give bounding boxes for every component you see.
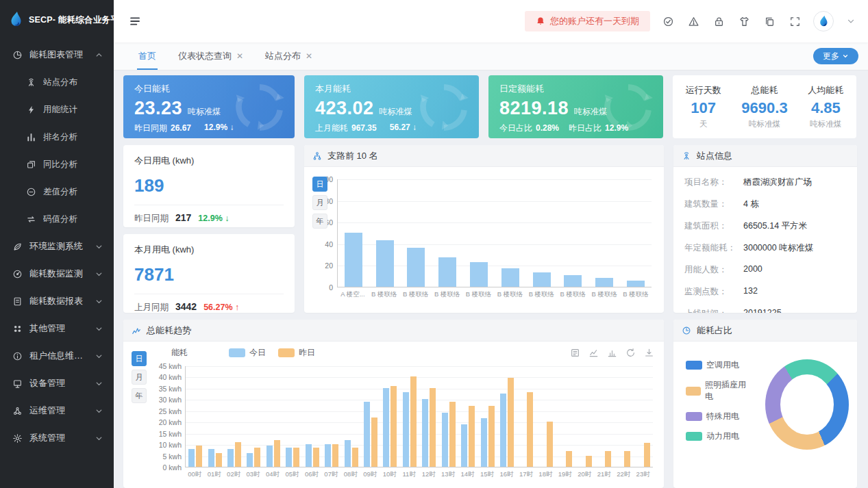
trend-bar-今日[interactable] — [266, 446, 273, 467]
trend-bar-今日[interactable] — [403, 392, 409, 467]
trend-bar-今日[interactable] — [208, 449, 214, 467]
trend-bar-昨日[interactable] — [449, 402, 456, 467]
trend-bar-昨日[interactable] — [430, 388, 436, 467]
ratio-legend-空调用电[interactable]: 空调用电 — [686, 359, 750, 371]
data-view-icon[interactable] — [570, 348, 580, 358]
trend-bar-今日[interactable] — [286, 448, 292, 467]
sidebar-item-4[interactable]: 其他管理 — [0, 315, 114, 342]
sidebar-item-2[interactable]: 能耗数据监测 — [0, 260, 114, 287]
branch-bar[interactable] — [564, 275, 582, 287]
branch-bar[interactable] — [345, 233, 362, 287]
sidebar-subitem-0[interactable]: 站点分布 — [0, 68, 114, 96]
trend-bar-昨日[interactable] — [274, 440, 280, 467]
branch-bar[interactable] — [627, 281, 645, 287]
tab-close-icon[interactable]: ✕ — [306, 51, 312, 61]
trend-bar-昨日[interactable] — [469, 406, 475, 467]
lock-icon[interactable] — [713, 16, 725, 27]
trend-bar-今日[interactable] — [481, 418, 487, 467]
avatar[interactable] — [813, 11, 834, 31]
ratio-legend-动力用电[interactable]: 动力用电 — [686, 431, 750, 442]
trend-bar-昨日[interactable] — [488, 406, 495, 467]
sidebar-subitem-5[interactable]: 码值分析 — [0, 205, 114, 233]
download-icon[interactable] — [644, 348, 654, 358]
trend-period-年[interactable]: 年 — [132, 388, 147, 403]
trend-bar-今日[interactable] — [500, 394, 506, 467]
trend-bar-今日[interactable] — [325, 444, 331, 467]
trend-bar-昨日[interactable] — [410, 376, 417, 467]
trend-bar-昨日[interactable] — [527, 392, 533, 467]
trend-bar-今日[interactable] — [461, 424, 467, 467]
trend-legend-昨日[interactable]: 昨日 — [278, 347, 315, 359]
more-tabs-button[interactable]: 更多 — [813, 48, 858, 64]
trend-bar-昨日[interactable] — [293, 448, 299, 467]
trend-bar-昨日[interactable] — [624, 451, 630, 467]
trend-bar-昨日[interactable] — [216, 453, 222, 467]
branch-bar[interactable] — [501, 268, 519, 287]
trend-bar-昨日[interactable] — [196, 446, 202, 467]
sidebar-item-8[interactable]: 系统管理 — [0, 424, 114, 452]
trend-bar-昨日[interactable] — [586, 456, 592, 467]
account-expiry-notice[interactable]: 您的账户还有一天到期 — [525, 11, 650, 31]
trend-bar-今日[interactable] — [364, 402, 370, 467]
trend-bar-昨日[interactable] — [352, 448, 358, 467]
trend-bar-今日[interactable] — [188, 449, 195, 467]
trend-bar-昨日[interactable] — [254, 448, 260, 467]
tab-close-icon[interactable]: ✕ — [236, 51, 243, 61]
trend-bar-昨日[interactable] — [371, 418, 377, 467]
fullscreen-icon[interactable] — [789, 16, 801, 27]
trend-bar-今日[interactable] — [383, 388, 389, 467]
branch-bar[interactable] — [470, 262, 488, 287]
trend-period-日[interactable]: 日 — [132, 351, 147, 366]
ratio-legend-照明插座用电[interactable]: 照明插座用电 — [686, 379, 750, 402]
trend-legend-今日[interactable]: 今日 — [229, 347, 266, 359]
branch-bar[interactable] — [595, 278, 613, 287]
sidebar-subitem-1[interactable]: 用能统计 — [0, 96, 114, 123]
tab-0[interactable]: 首页 — [127, 42, 167, 70]
sidebar-subitem-3[interactable]: 同比分析 — [0, 151, 114, 178]
trend-bar-今日[interactable] — [227, 449, 234, 467]
warning-icon[interactable] — [688, 16, 699, 27]
line-chart-icon[interactable] — [588, 348, 599, 358]
sidebar-item-3[interactable]: 能耗数据报表 — [0, 287, 114, 315]
sidebar-subitem-2[interactable]: 排名分析 — [0, 123, 114, 151]
trend-period-月[interactable]: 月 — [132, 370, 147, 385]
sidebar-subitem-label: 排名分析 — [43, 131, 77, 143]
user-menu-chevron-icon[interactable] — [846, 16, 856, 26]
trend-bar-昨日[interactable] — [390, 386, 397, 467]
branch-bar[interactable] — [407, 248, 425, 287]
trend-bar-今日[interactable] — [247, 453, 253, 467]
trend-bar-昨日[interactable] — [313, 448, 319, 467]
check-circle-icon[interactable] — [662, 16, 674, 27]
trend-bar-今日[interactable] — [306, 444, 312, 467]
tab-1[interactable]: 仪表状态查询✕ — [167, 42, 254, 70]
tab-2[interactable]: 站点分布✕ — [254, 42, 323, 70]
branch-bar[interactable] — [533, 272, 551, 287]
theme-icon[interactable] — [739, 16, 750, 27]
trend-bar-今日[interactable] — [422, 399, 428, 467]
collapse-menu-icon[interactable] — [129, 14, 142, 28]
trend-bar-昨日[interactable] — [605, 451, 611, 467]
trend-bar-今日[interactable] — [345, 440, 351, 467]
trend-bar-今日[interactable] — [442, 413, 448, 467]
branch-period-年[interactable]: 年 — [312, 214, 327, 229]
trend-bar-昨日[interactable] — [235, 442, 241, 467]
trend-bar-昨日[interactable] — [644, 443, 650, 467]
refresh-icon[interactable] — [625, 348, 636, 358]
sidebar-item-0[interactable]: 能耗图表管理 — [0, 41, 114, 68]
trend-bar-昨日[interactable] — [547, 422, 553, 467]
ratio-legend-特殊用电[interactable]: 特殊用电 — [686, 411, 750, 422]
branch-bar[interactable] — [438, 257, 456, 287]
copy-icon[interactable] — [764, 16, 776, 27]
branch-period-日[interactable]: 日 — [312, 177, 327, 192]
trend-bar-昨日[interactable] — [566, 451, 572, 467]
trend-bar-昨日[interactable] — [508, 378, 514, 467]
bar-chart-icon[interactable] — [607, 348, 617, 358]
sidebar-item-6[interactable]: 设备管理 — [0, 370, 114, 397]
branch-bar[interactable] — [376, 240, 394, 287]
trend-bar-昨日[interactable] — [332, 444, 338, 467]
branch-period-月[interactable]: 月 — [312, 195, 327, 210]
sidebar-subitem-4[interactable]: 差值分析 — [0, 178, 114, 205]
sidebar-item-1[interactable]: 环境监测系统 — [0, 233, 114, 260]
sidebar-item-7[interactable]: 运维管理 — [0, 397, 114, 424]
sidebar-item-5[interactable]: 租户信息维护管理 — [0, 342, 114, 370]
